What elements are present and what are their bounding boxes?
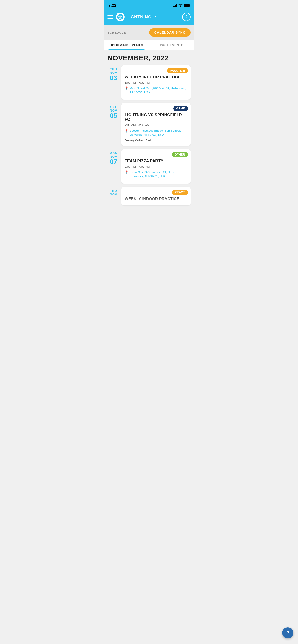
tab-upcoming[interactable]: UPCOMING EVENTS bbox=[104, 40, 149, 50]
main-content: NOVEMBER, 2022 THU NOV 03 PRACTICE WEEKL… bbox=[104, 50, 194, 212]
status-time: 7:22 bbox=[108, 3, 116, 8]
event-card[interactable]: GAME LIGHTNING VS SPRINGFIELD FC 7:30 AM… bbox=[121, 103, 191, 146]
event-tabs: UPCOMING EVENTS PAST EVENTS bbox=[104, 40, 194, 50]
menu-button[interactable] bbox=[107, 15, 113, 19]
day-name: SAT bbox=[107, 105, 120, 109]
status-bar: 7:22 bbox=[104, 0, 194, 10]
date-month: NOV bbox=[107, 71, 120, 74]
team-name-label: LIGHTNING bbox=[127, 14, 152, 20]
date-month: NOV bbox=[107, 109, 120, 112]
calendar-sync-button[interactable]: CALENDAR SYNC bbox=[149, 28, 191, 37]
chevron-down-icon: ▼ bbox=[154, 15, 157, 18]
location-pin-icon: 📍 bbox=[125, 170, 129, 174]
event-location: 📍 Pizza City,297 Somerset St, New Brunsw… bbox=[125, 170, 187, 178]
event-date: THU NOV 03 bbox=[107, 65, 120, 82]
svg-point-7 bbox=[119, 16, 121, 18]
event-card-partial[interactable]: PRACT WEEKLY INDOOR PRACTICE bbox=[121, 187, 191, 206]
date-month: NOV bbox=[107, 155, 120, 158]
event-title: LIGHTNING VS SPRINGFIELD FC bbox=[125, 113, 187, 122]
location-link[interactable]: Soccer Fields,Old Bridge High School, Ma… bbox=[130, 129, 187, 137]
signal-icon bbox=[173, 4, 177, 7]
wifi-icon bbox=[178, 4, 183, 8]
jersey-info: Jersey Color : Red bbox=[125, 139, 187, 142]
status-icons bbox=[173, 4, 190, 8]
day-name: MON bbox=[107, 152, 120, 155]
event-row: THU NOV PRACT WEEKLY INDOOR PRACTICE bbox=[107, 187, 191, 206]
event-badge-practice-partial: PRACT bbox=[172, 190, 188, 195]
event-location: 📍 Soccer Fields,Old Bridge High School, … bbox=[125, 129, 187, 137]
event-time: 6:00 PM - 7:00 PM bbox=[125, 165, 187, 168]
fade-overlay bbox=[121, 196, 191, 206]
event-badge-other: OTHER bbox=[172, 152, 188, 158]
schedule-bar: SCHEDULE CALENDAR SYNC bbox=[104, 25, 194, 40]
event-time: 7:30 AM - 8:30 AM bbox=[125, 123, 187, 127]
event-time: 6:00 PM - 7:30 PM bbox=[125, 81, 187, 84]
day-name: THU bbox=[107, 189, 120, 193]
header-left: LIGHTNING ▼ bbox=[107, 12, 157, 21]
event-date: MON NOV 07 bbox=[107, 149, 120, 166]
day-name: THU bbox=[107, 68, 120, 71]
event-title: TEAM PIZZA PARTY bbox=[125, 159, 187, 164]
month-heading: NOVEMBER, 2022 bbox=[107, 54, 191, 62]
battery-icon bbox=[184, 4, 190, 7]
team-logo bbox=[116, 12, 125, 21]
event-card[interactable]: PRACTICE WEEKLY INDOOR PRACTICE 6:00 PM … bbox=[121, 65, 191, 100]
event-title: WEEKLY INDOOR PRACTICE bbox=[125, 75, 187, 80]
help-button-header[interactable]: ? bbox=[182, 13, 191, 21]
date-number: 07 bbox=[107, 158, 120, 166]
event-row: MON NOV 07 OTHER TEAM PIZZA PARTY 6:00 P… bbox=[107, 149, 191, 184]
date-month: NOV bbox=[107, 193, 120, 196]
question-mark-icon: ? bbox=[185, 14, 187, 20]
event-badge-game: GAME bbox=[173, 106, 188, 111]
event-date: SAT NOV 05 bbox=[107, 103, 120, 120]
schedule-label: SCHEDULE bbox=[107, 31, 126, 34]
header: LIGHTNING ▼ ? bbox=[104, 10, 194, 25]
team-selector[interactable]: LIGHTNING ▼ bbox=[116, 12, 157, 21]
event-row: THU NOV 03 PRACTICE WEEKLY INDOOR PRACTI… bbox=[107, 65, 191, 100]
tab-past[interactable]: PAST EVENTS bbox=[149, 40, 194, 50]
location-link[interactable]: Pizza City,297 Somerset St, New Brunswic… bbox=[130, 170, 187, 178]
location-pin-icon: 📍 bbox=[125, 86, 129, 90]
location-link[interactable]: Main Street Gym,910 Main St, Hellertown,… bbox=[130, 86, 187, 94]
date-number: 05 bbox=[107, 112, 120, 120]
event-row: SAT NOV 05 GAME LIGHTNING VS SPRINGFIELD… bbox=[107, 103, 191, 146]
location-pin-icon: 📍 bbox=[125, 129, 129, 132]
event-location: 📍 Main Street Gym,910 Main St, Hellertow… bbox=[125, 86, 187, 94]
event-card[interactable]: OTHER TEAM PIZZA PARTY 6:00 PM - 7:00 PM… bbox=[121, 149, 191, 184]
event-badge-practice: PRACTICE bbox=[167, 68, 188, 74]
event-date: THU NOV bbox=[107, 187, 120, 196]
date-number: 03 bbox=[107, 74, 120, 82]
